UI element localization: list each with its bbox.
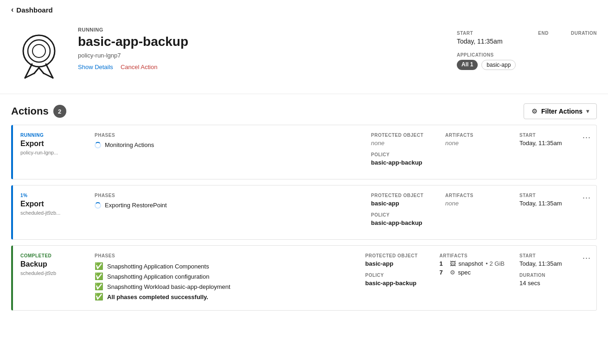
more-options-icon-2[interactable]: ···: [582, 193, 591, 203]
header-meta: START Today, 11:35am APPLICATIONS All 1 …: [457, 27, 597, 70]
check-icon-3a: ✅: [95, 262, 103, 270]
phase-item-3d: ✅ All phases completed successfully.: [95, 293, 351, 301]
job-title: basic-app-backup: [78, 34, 188, 49]
phase-item-3b: ✅ Snapshotting Application configuration: [95, 272, 351, 281]
svg-point-2: [32, 45, 45, 57]
card-id-2: scheduled-jt9zb...: [20, 210, 80, 216]
spec-icon: ⚙: [450, 269, 455, 276]
phase-text-3a: Snapshotting Application Components: [107, 263, 209, 270]
policy-value-2: basic-app-backup: [371, 219, 430, 226]
more-options-icon-3[interactable]: ···: [582, 253, 591, 263]
filter-actions-label: Filter Actions: [541, 108, 582, 115]
artifact-row-3b: 7 ⚙ spec: [440, 269, 505, 276]
filter-icon: ⚙: [531, 108, 538, 115]
actions-title-group: Actions 2: [11, 105, 66, 118]
protected-value-1: none: [371, 140, 430, 147]
card-name-2: Export: [20, 200, 80, 208]
applications-section: APPLICATIONS All 1 basic-app: [457, 51, 516, 70]
check-icon-3c: ✅: [95, 282, 103, 291]
start-value-2: Today, 11:35am: [519, 200, 570, 207]
action-card-2: 1% Export scheduled-jt9zb... PHASES Expo…: [11, 185, 597, 240]
tag-app[interactable]: basic-app: [481, 60, 516, 70]
actions-title: Actions: [11, 105, 49, 117]
svg-line-8: [39, 68, 44, 73]
back-nav[interactable]: ‹ Dashboard: [0, 0, 608, 19]
duration-label: DURATION: [571, 31, 597, 36]
artifacts-label-1: ARTIFACTS: [445, 133, 505, 138]
card-phases-2: PHASES Exporting RestorePoint: [87, 185, 364, 239]
actions-count-badge: 2: [53, 105, 66, 118]
start-group: START Today, 11:35am APPLICATIONS All 1 …: [457, 31, 516, 70]
artifacts-value-2: none: [445, 200, 505, 207]
artifacts-label-3: ARTIFACTS: [440, 253, 505, 258]
policy-label-3: POLICY: [365, 273, 425, 278]
phases-label-1: PHASES: [95, 133, 356, 138]
protected-value-2: basic-app: [371, 200, 430, 207]
phases-label-3: PHASES: [95, 253, 351, 258]
policy-field-3: POLICY basic-app-backup: [365, 273, 425, 287]
end-label: END: [538, 31, 549, 36]
card-status-1: RUNNING: [20, 133, 80, 138]
phase-text-2: Exporting RestorePoint: [105, 202, 167, 209]
start-value-3: Today, 11:35am: [519, 260, 570, 267]
check-icon-3d: ✅: [95, 293, 103, 301]
more-options-icon-1[interactable]: ···: [582, 133, 591, 142]
artifact-count-3b: 7: [440, 269, 447, 276]
card-protected-2: PROTECTED OBJECT basic-app POLICY basic-…: [364, 185, 438, 239]
start-value-1: Today, 11:35am: [519, 140, 570, 147]
card-start-2: START Today, 11:35am: [512, 185, 577, 239]
card-artifacts-2: ARTIFACTS none: [438, 185, 512, 239]
svg-line-7: [34, 68, 39, 73]
artifacts-label-2: ARTIFACTS: [445, 193, 505, 198]
policy-value-1: basic-app-backup: [371, 159, 430, 166]
phase-item-3c: ✅ Snapshotting Workload basic-app-deploy…: [95, 282, 351, 291]
protected-value-3: basic-app: [365, 260, 425, 267]
show-details-link[interactable]: Show Details: [78, 64, 113, 70]
phase-item-3a: ✅ Snapshotting Application Components: [95, 262, 351, 270]
status-badge: RUNNING: [78, 27, 188, 32]
card-name-1: Export: [20, 140, 80, 148]
filter-actions-button[interactable]: ⚙ Filter Actions ▾: [524, 103, 597, 119]
protected-label-3: PROTECTED OBJECT: [365, 253, 425, 258]
card-left-2: 1% Export scheduled-jt9zb...: [13, 185, 87, 239]
phase-text-3c: Snapshotting Workload basic-app-deployme…: [107, 283, 230, 290]
policy-label-1: POLICY: [371, 152, 430, 157]
card-artifacts-3: ARTIFACTS 1 🖼 snapshot • 2 GiB 7 ⚙ spec: [432, 246, 512, 310]
back-label: Dashboard: [16, 6, 52, 14]
card-protected-1: PROTECTED OBJECT none POLICY basic-app-b…: [364, 125, 438, 179]
cancel-action-link[interactable]: Cancel Action: [121, 64, 158, 70]
snapshot-icon: 🖼: [450, 260, 456, 267]
card-id-3: scheduled-jt9zb: [20, 270, 80, 276]
policy-field-1: POLICY basic-app-backup: [371, 152, 430, 166]
card-menu-1: ···: [577, 125, 596, 179]
phase-text-3b: Snapshotting Application configuration: [107, 273, 209, 280]
card-protected-3: PROTECTED OBJECT basic-app POLICY basic-…: [358, 246, 432, 310]
card-start-3: START Today, 11:35am DURATION 14 secs: [512, 246, 577, 310]
card-id-1: policy-run-lgnp...: [20, 150, 80, 155]
protected-label-1: PROTECTED OBJECT: [371, 133, 430, 138]
card-phases-3: PHASES ✅ Snapshotting Application Compon…: [87, 246, 358, 310]
policy-run-id: policy-run-lgnp7: [78, 52, 188, 59]
phase-text-1: Monitoring Actions: [105, 141, 154, 148]
phase-text-3d: All phases completed successfully.: [107, 294, 208, 300]
protected-label-2: PROTECTED OBJECT: [371, 193, 430, 198]
start-label-2: START: [519, 193, 570, 198]
start-value: Today, 11:35am: [457, 38, 516, 45]
action-card-3: COMPLETED Backup scheduled-jt9zb PHASES …: [11, 245, 597, 311]
card-menu-3: ···: [577, 246, 596, 310]
app-tags: All 1 basic-app: [457, 60, 516, 70]
tag-all[interactable]: All 1: [457, 60, 478, 70]
artifact-label-3b: spec: [458, 269, 471, 276]
card-phases-1: PHASES Monitoring Actions: [87, 125, 364, 179]
artifacts-value-1: none: [445, 140, 505, 147]
duration-group: DURATION: [571, 31, 597, 70]
spinner-icon-1: [95, 142, 101, 148]
protected-field-1: PROTECTED OBJECT none: [371, 133, 430, 147]
actions-header: Actions 2 ⚙ Filter Actions ▾: [0, 94, 608, 125]
protected-field-3: PROTECTED OBJECT basic-app: [365, 253, 425, 267]
card-name-3: Backup: [20, 260, 80, 268]
card-artifacts-1: ARTIFACTS none: [438, 125, 512, 179]
medal-icon: [11, 27, 67, 83]
card-start-1: START Today, 11:35am: [512, 125, 577, 179]
svg-point-1: [28, 40, 50, 62]
